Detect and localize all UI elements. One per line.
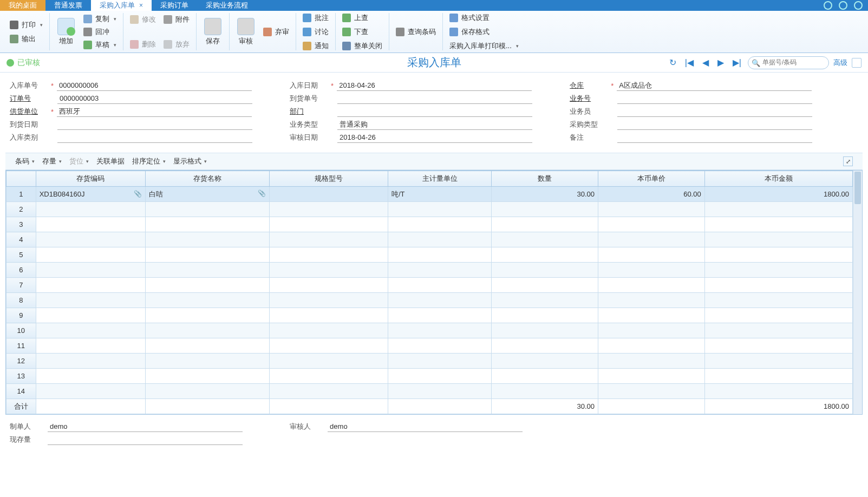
cell-price[interactable] bbox=[598, 338, 704, 354]
cell-amount[interactable] bbox=[704, 232, 852, 247]
arrival-date-value[interactable] bbox=[57, 119, 252, 130]
print-button[interactable]: 打印▾ bbox=[8, 19, 45, 31]
cell-code[interactable] bbox=[36, 369, 145, 384]
cell-code[interactable] bbox=[36, 247, 145, 263]
table-row[interactable]: 9 bbox=[6, 308, 853, 323]
save-button[interactable]: 保存 bbox=[201, 16, 225, 48]
sync-icon[interactable] bbox=[824, 1, 832, 10]
cell-qty[interactable] bbox=[492, 278, 598, 293]
advanced-link[interactable]: 高级 bbox=[833, 58, 847, 68]
in-no-value[interactable]: 0000000006 bbox=[57, 80, 252, 91]
cell-spec[interactable] bbox=[270, 369, 388, 384]
cell-name[interactable] bbox=[145, 384, 270, 399]
cell-qty[interactable] bbox=[492, 232, 598, 247]
cell-unit[interactable] bbox=[388, 278, 491, 293]
cell-name[interactable] bbox=[145, 263, 270, 278]
close-icon[interactable]: × bbox=[139, 2, 143, 9]
cell-code[interactable] bbox=[36, 202, 145, 217]
save-format-button[interactable]: 保存格式 bbox=[447, 26, 521, 38]
cell-amount[interactable] bbox=[704, 308, 852, 323]
cell-spec[interactable] bbox=[270, 217, 388, 232]
table-row[interactable]: 5 bbox=[6, 247, 853, 263]
cell-spec[interactable] bbox=[270, 384, 388, 399]
cell-name[interactable] bbox=[145, 278, 270, 293]
discuss-button[interactable]: 讨论 bbox=[301, 26, 331, 38]
table-row[interactable]: 12 bbox=[6, 354, 853, 369]
remark-value[interactable] bbox=[617, 132, 812, 143]
tab-purchase-order[interactable]: 采购订单 bbox=[152, 0, 197, 11]
cell-name[interactable] bbox=[145, 217, 270, 232]
cell-code[interactable] bbox=[36, 293, 145, 308]
audit-button[interactable]: 审核 bbox=[234, 16, 258, 48]
order-no-value[interactable]: 0000000003 bbox=[57, 93, 252, 104]
purchase-type-value[interactable] bbox=[617, 119, 812, 130]
export-button[interactable]: 输出 bbox=[8, 33, 45, 45]
cell-qty[interactable] bbox=[492, 247, 598, 263]
revert-button[interactable]: 回冲 bbox=[81, 26, 119, 38]
table-row[interactable]: 8 bbox=[6, 293, 853, 308]
display-dropdown[interactable]: 显示格式▾ bbox=[173, 156, 207, 166]
cell-unit[interactable] bbox=[388, 384, 491, 399]
cell-code[interactable] bbox=[36, 354, 145, 369]
cell-name[interactable] bbox=[145, 323, 270, 338]
cell-qty[interactable] bbox=[492, 308, 598, 323]
cell-amount[interactable] bbox=[704, 354, 852, 369]
cell-spec[interactable] bbox=[270, 247, 388, 263]
cell-price[interactable] bbox=[598, 369, 704, 384]
arrival-no-value[interactable] bbox=[337, 93, 532, 104]
cell-spec[interactable] bbox=[270, 263, 388, 278]
biz-type-value[interactable]: 普通采购 bbox=[337, 119, 532, 130]
cell-code[interactable] bbox=[36, 263, 145, 278]
cell-name[interactable] bbox=[145, 369, 270, 384]
cell-spec[interactable] bbox=[270, 323, 388, 338]
cell-unit[interactable] bbox=[388, 217, 491, 232]
cell-qty[interactable] bbox=[492, 354, 598, 369]
audit-date-value[interactable]: 2018-04-26 bbox=[337, 132, 532, 143]
cell-code[interactable]: XD1B084160J📎 bbox=[36, 187, 145, 202]
cell-qty[interactable]: 30.00 bbox=[492, 187, 598, 202]
table-row[interactable]: 2 bbox=[6, 202, 853, 217]
table-row[interactable]: 6 bbox=[6, 263, 853, 278]
cell-spec[interactable] bbox=[270, 293, 388, 308]
query-barcode-button[interactable]: 查询条码 bbox=[394, 26, 438, 38]
cell-amount[interactable] bbox=[704, 293, 852, 308]
cell-unit[interactable]: 吨/T bbox=[388, 187, 491, 202]
cell-unit[interactable] bbox=[388, 323, 491, 338]
tab-desktop[interactable]: 我的桌面 bbox=[0, 0, 45, 11]
col-rownum[interactable] bbox=[6, 171, 36, 187]
cell-qty[interactable] bbox=[492, 369, 598, 384]
biz-no-label[interactable]: 业务号 bbox=[570, 94, 608, 103]
cell-name[interactable] bbox=[145, 293, 270, 308]
cell-unit[interactable] bbox=[388, 247, 491, 263]
cell-code[interactable] bbox=[36, 384, 145, 399]
cell-spec[interactable] bbox=[270, 308, 388, 323]
col-qty[interactable]: 数量 bbox=[492, 171, 598, 187]
in-date-value[interactable]: 2018-04-26 bbox=[337, 80, 532, 91]
cell-amount[interactable] bbox=[704, 247, 852, 263]
table-row[interactable]: 7 bbox=[6, 278, 853, 293]
cell-code[interactable] bbox=[36, 323, 145, 338]
cell-unit[interactable] bbox=[388, 354, 491, 369]
last-button[interactable]: ▶| bbox=[730, 57, 743, 68]
cell-name[interactable] bbox=[145, 308, 270, 323]
table-row[interactable]: 3 bbox=[6, 217, 853, 232]
cell-spec[interactable] bbox=[270, 187, 388, 202]
position-dropdown[interactable]: 货位▾ bbox=[69, 156, 89, 166]
help-icon[interactable] bbox=[854, 1, 863, 10]
cell-code[interactable] bbox=[36, 338, 145, 354]
cell-amount[interactable]: 1800.00 bbox=[704, 187, 852, 202]
cell-qty[interactable] bbox=[492, 217, 598, 232]
table-row[interactable]: 11 bbox=[6, 338, 853, 354]
cell-spec[interactable] bbox=[270, 354, 388, 369]
cell-qty[interactable] bbox=[492, 293, 598, 308]
sort-dropdown[interactable]: 排序定位▾ bbox=[132, 156, 166, 166]
cell-qty[interactable] bbox=[492, 338, 598, 354]
cell-price[interactable] bbox=[598, 354, 704, 369]
edit-button[interactable]: 修改 bbox=[128, 14, 158, 25]
cell-unit[interactable] bbox=[388, 232, 491, 247]
draft-button[interactable]: 草稿▾ bbox=[81, 39, 119, 51]
cell-unit[interactable] bbox=[388, 308, 491, 323]
cell-spec[interactable] bbox=[270, 278, 388, 293]
batch-button[interactable]: 批注 bbox=[301, 12, 331, 24]
attach-button[interactable]: 附件 bbox=[161, 14, 192, 25]
